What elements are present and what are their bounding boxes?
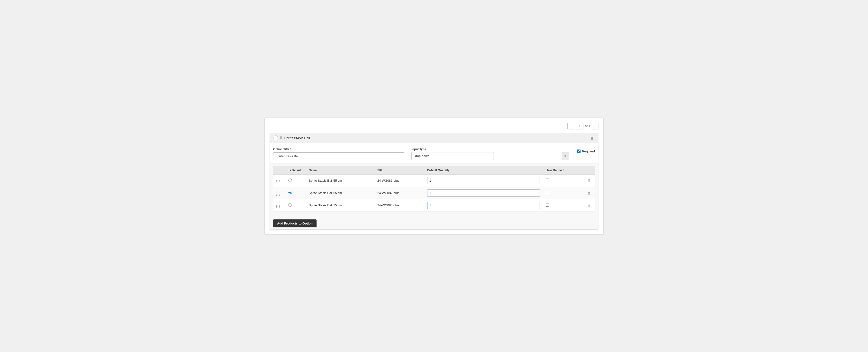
add-products-button[interactable]: Add Products to Option xyxy=(273,219,316,227)
th-sku: SKU xyxy=(374,166,424,175)
row-drag-handle[interactable] xyxy=(273,199,285,211)
trash-icon: 🗑 xyxy=(587,179,591,183)
row-user-defined-cell xyxy=(543,199,580,211)
table-row: Sprite Stasis Ball 75 cm 24-WG083-blue 🗑 xyxy=(273,199,595,211)
row-actions-cell: 🗑 xyxy=(580,199,595,211)
page-of-text: of 1 xyxy=(585,124,590,128)
main-card: ‹ 1 of 1 › − ⠿ Sprite Stasis Ball 🗑 xyxy=(265,117,603,235)
option-delete-button[interactable]: 🗑 xyxy=(589,136,595,141)
pagination-next-button[interactable]: › xyxy=(592,122,598,130)
row-delete-button-0[interactable]: 🗑 xyxy=(586,178,592,183)
drag-handle-icon[interactable]: ⠿ xyxy=(280,136,282,140)
row-delete-button-1[interactable]: 🗑 xyxy=(586,190,592,196)
row-qty-cell xyxy=(424,187,543,199)
trash-icon: 🗑 xyxy=(587,191,591,195)
row-user-defined-cell xyxy=(543,174,580,187)
form-row: Option Title * Input Type Drop-down Radi… xyxy=(270,143,598,164)
products-table: Is Default Name SKU Default Quantity Use… xyxy=(273,166,595,212)
trash-icon: 🗑 xyxy=(590,136,594,140)
row-is-default-cell xyxy=(285,187,306,199)
user-defined-checkbox-0[interactable] xyxy=(546,179,549,182)
required-checkbox[interactable] xyxy=(577,149,581,153)
row-delete-button-2[interactable]: 🗑 xyxy=(586,203,592,208)
chevron-right-icon: › xyxy=(595,125,595,128)
row-is-default-cell xyxy=(285,199,306,211)
th-name: Name xyxy=(306,166,374,175)
row-drag-handle[interactable] xyxy=(273,174,285,187)
row-qty-cell xyxy=(424,199,543,211)
option-title-label: Option Title * xyxy=(273,148,404,151)
is-default-radio-2[interactable] xyxy=(288,203,292,207)
option-header: − ⠿ Sprite Stasis Ball 🗑 xyxy=(270,133,598,143)
th-is-default: Is Default xyxy=(285,166,306,175)
row-actions-cell: 🗑 xyxy=(580,174,595,187)
is-default-radio-0[interactable] xyxy=(288,179,292,182)
input-type-select-wrapper: Drop-down Radio Buttons Checkbox Multipl… xyxy=(411,152,569,160)
table-row: Sprite Stasis Ball 65 cm 24-WG082-blue 🗑 xyxy=(273,187,595,199)
drag-dots-icon xyxy=(276,205,280,208)
products-table-container: Is Default Name SKU Default Quantity Use… xyxy=(270,164,598,216)
pagination-row: ‹ 1 of 1 › xyxy=(270,122,598,130)
chevron-left-icon: ‹ xyxy=(570,125,571,128)
add-products-section: Add Products to Option xyxy=(270,216,598,230)
th-default-quantity: Default Quantity xyxy=(424,166,543,175)
required-checkbox-group: Required xyxy=(576,149,595,153)
page-number-display: 1 xyxy=(576,122,583,130)
collapse-icon[interactable]: − xyxy=(273,136,278,140)
user-defined-checkbox-2[interactable] xyxy=(546,203,549,207)
row-name-cell: Sprite Stasis Ball 55 cm xyxy=(306,174,374,187)
select-arrow-icon[interactable]: ▼ xyxy=(562,152,569,160)
row-sku-cell: 24-WG081-blue xyxy=(374,174,424,187)
row-sku-cell: 24-WG082-blue xyxy=(374,187,424,199)
th-drag xyxy=(273,166,285,175)
row-user-defined-cell xyxy=(543,187,580,199)
option-block: − ⠿ Sprite Stasis Ball 🗑 Option Title * xyxy=(270,133,598,230)
input-type-group: Input Type Drop-down Radio Buttons Check… xyxy=(411,148,569,160)
table-header-row: Is Default Name SKU Default Quantity Use… xyxy=(273,166,595,175)
qty-input-2[interactable] xyxy=(427,202,540,209)
option-block-title: Sprite Stasis Ball xyxy=(284,136,310,140)
row-qty-cell xyxy=(424,174,543,187)
drag-dots-icon xyxy=(276,192,280,196)
row-name-cell: Sprite Stasis Ball 75 cm xyxy=(306,199,374,211)
row-actions-cell: 🗑 xyxy=(580,187,595,199)
th-user-defined: User Defined xyxy=(543,166,580,175)
row-sku-cell: 24-WG083-blue xyxy=(374,199,424,211)
minus-icon: − xyxy=(275,137,276,139)
user-defined-checkbox-1[interactable] xyxy=(546,191,549,194)
is-default-radio-1[interactable] xyxy=(288,191,292,194)
qty-input-1[interactable] xyxy=(427,189,540,197)
trash-icon: 🗑 xyxy=(587,203,591,207)
table-row: Sprite Stasis Ball 55 cm 24-WG081-blue 🗑 xyxy=(273,174,595,187)
input-type-select[interactable]: Drop-down Radio Buttons Checkbox Multipl… xyxy=(411,152,494,160)
input-type-label: Input Type xyxy=(411,148,569,151)
option-title-group: Option Title * xyxy=(273,148,404,160)
row-name-cell: Sprite Stasis Ball 65 cm xyxy=(306,187,374,199)
required-star: * xyxy=(290,148,291,151)
required-checkbox-label: Required xyxy=(582,149,595,153)
qty-input-0[interactable] xyxy=(427,177,540,184)
drag-dots-icon xyxy=(276,180,280,183)
option-header-left: − ⠿ Sprite Stasis Ball xyxy=(273,136,589,140)
row-is-default-cell xyxy=(285,174,306,187)
th-actions xyxy=(580,166,595,175)
option-title-input[interactable] xyxy=(273,152,404,160)
row-drag-handle[interactable] xyxy=(273,187,285,199)
pagination-prev-button[interactable]: ‹ xyxy=(567,122,574,130)
